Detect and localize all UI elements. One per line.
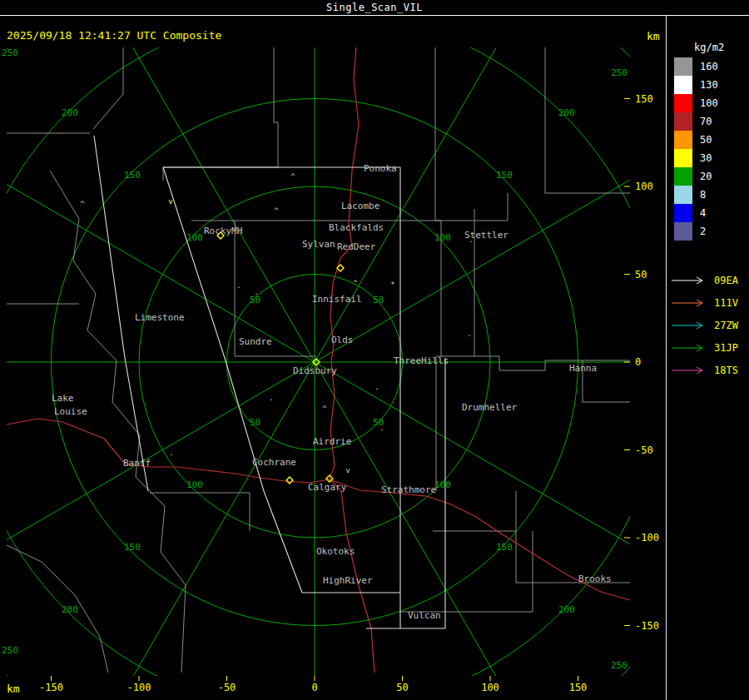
right-axis-label: 0 [635, 356, 641, 368]
city-label: Drumheller [462, 402, 518, 413]
city-label: Lacombe [341, 201, 379, 211]
city-label: Ponoka [364, 163, 397, 174]
county-boundary [150, 493, 250, 531]
radar-site-id: 27ZW [714, 320, 738, 331]
town-mark: ^ [274, 206, 279, 215]
bottom-axis-label: 0 [311, 682, 317, 693]
county-boundary [50, 171, 186, 673]
city-label: Stettler [464, 230, 508, 241]
county-boundary [7, 545, 108, 673]
range-ring-label: 150 [496, 170, 513, 181]
color-scale-legend: 16013010070503020842 [671, 57, 749, 241]
town-mark: . [236, 281, 241, 290]
range-ring-label: 100 [186, 479, 203, 490]
range-ring-label: 50 [373, 295, 384, 305]
legend-color-swatch [674, 57, 692, 76]
range-ring-label: 200 [558, 604, 575, 615]
town-mark: ^ [322, 405, 327, 413]
radar-application-window: Single_Scan_VIL 2025/09/18 12:41:27 UTC … [0, 0, 749, 700]
legend-value: 2 [700, 226, 706, 237]
legend-row: 8 [671, 186, 749, 204]
town-mark: * [390, 280, 394, 289]
bottom-axis-label: -50 [218, 682, 236, 693]
legend-color-swatch [674, 167, 692, 186]
city-label: Brooks [578, 573, 612, 584]
legend-color-swatch [674, 204, 692, 222]
range-ring-label: 250 [2, 645, 18, 656]
range-ring-label: 150 [124, 542, 141, 553]
legend-value: 20 [700, 171, 712, 182]
radar-map-display[interactable]: 5050505010010010010015015015015020020020… [0, 46, 670, 700]
city-label: Strathmore [381, 484, 436, 495]
city-label: Louise [54, 406, 87, 417]
range-ring-label: 150 [124, 170, 141, 181]
window-titlebar[interactable]: Single_Scan_VIL [0, 0, 749, 16]
range-ring-label: 100 [434, 479, 451, 490]
legend-row: 50 [671, 131, 749, 149]
town-mark: . [379, 424, 384, 432]
bottom-axis-label: -150 [39, 682, 63, 693]
legend-color-swatch [674, 112, 692, 131]
legend-color-swatch [674, 94, 692, 112]
legend-value: 70 [700, 116, 712, 127]
legend-row: 100 [671, 94, 749, 112]
town-mark: ^ [353, 279, 358, 287]
legend-value: 130 [700, 79, 718, 91]
bottom-axis-label: 50 [396, 682, 408, 693]
radar-legend-item: 111V [671, 291, 749, 314]
legend-value: 4 [700, 207, 706, 219]
radar-legend-item: 27ZW [671, 314, 749, 336]
scan-timestamp: 2025/09/18 12:41:27 UTC Composite [7, 29, 221, 42]
city-label: Okotoks [316, 546, 355, 557]
city-label: Didsbury [293, 365, 337, 376]
range-ring-label: 200 [558, 107, 575, 118]
radial-line [315, 362, 670, 595]
sidebar-divider [666, 16, 667, 700]
city-label: Sundre [239, 336, 272, 347]
radar-arrow-icon [671, 298, 709, 308]
radar-arrow-icon [671, 320, 709, 330]
county-boundary [435, 193, 508, 221]
right-axis-label: -100 [635, 532, 659, 544]
window-title: Single_Scan_VIL [326, 2, 423, 13]
legend-row: 130 [671, 76, 749, 94]
county-boundary [93, 47, 123, 129]
bottom-axis-label: 150 [569, 682, 588, 693]
city-label: Olds [331, 335, 354, 345]
city-label: Blackfalds [329, 222, 384, 233]
city-label: Vulcan [408, 610, 441, 621]
town-mark: . [374, 383, 379, 391]
radar-legend-item: 09EA [671, 269, 749, 291]
city-label: Hanna [569, 363, 597, 374]
radar-arrow-icon [671, 276, 709, 285]
city-label: Airdrie [313, 436, 351, 447]
town-mark: ^ [80, 200, 85, 208]
legend-color-swatch [674, 222, 692, 241]
vertical-axis-unit-label: km [647, 30, 660, 42]
radial-line [0, 129, 315, 362]
legend-row: 20 [671, 167, 749, 186]
legend-value: 160 [700, 61, 718, 72]
right-axis-label: 50 [635, 269, 647, 280]
radar-site-legend: 09EA111V27ZW31JP18TS [671, 269, 749, 381]
range-ring-label: 250 [611, 67, 627, 78]
town-mark: v [168, 197, 172, 206]
town-mark: . [169, 449, 173, 457]
right-axis-label: -50 [635, 444, 653, 456]
city-label: Calgary [308, 482, 347, 493]
city-label: RedDeer [337, 241, 376, 252]
legend-unit-label: kg/m2 [694, 42, 749, 53]
legend-color-swatch [674, 131, 692, 149]
range-ring-label: 250 [611, 660, 627, 671]
city-label: ThreeHills [394, 355, 449, 366]
city-label: HighRiver [323, 575, 373, 586]
bottom-axis-label: 100 [481, 682, 499, 693]
legend-row: 160 [671, 57, 749, 76]
city-label: Lake [52, 393, 74, 404]
range-ring-label: 200 [62, 604, 78, 615]
county-boundary [163, 47, 278, 181]
bottom-axis-label: -100 [127, 682, 151, 693]
radar-legend-item: 31JP [671, 336, 749, 359]
legend-sidebar: kg/m2 16013010070503020842 09EA111V27ZW3… [671, 42, 749, 381]
city-label: Banff [123, 458, 151, 469]
